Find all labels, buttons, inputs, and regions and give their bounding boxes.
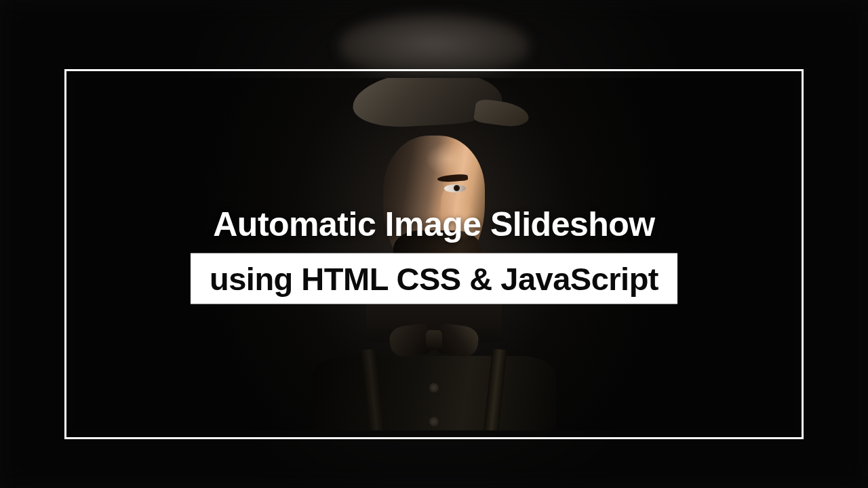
bowtie-knot — [426, 330, 442, 350]
bowtie-wing-right — [437, 323, 480, 359]
title-primary: Automatic Image Slideshow — [73, 205, 795, 244]
background-hat-silhouette — [339, 14, 529, 75]
portrait-shirt-button — [429, 383, 439, 392]
bowtie-wing-left — [388, 323, 431, 359]
portrait-container: Automatic Image Slideshow using HTML CSS… — [73, 78, 795, 430]
face-eye — [444, 184, 466, 192]
portrait-bowtie — [390, 322, 478, 359]
portrait-hat — [339, 78, 529, 146]
title-overlay: Automatic Image Slideshow using HTML CSS… — [73, 205, 795, 304]
face-forehead-highlight — [425, 142, 473, 176]
image-frame: Automatic Image Slideshow using HTML CSS… — [64, 69, 804, 439]
hat-brim — [473, 98, 530, 129]
portrait-shirt-button — [429, 417, 439, 426]
title-secondary: using HTML CSS & JavaScript — [191, 253, 677, 304]
